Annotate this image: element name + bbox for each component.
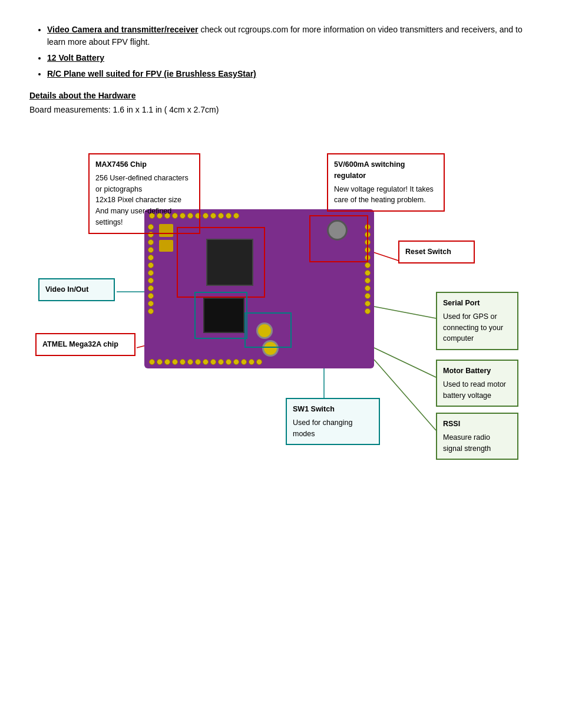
bullet-camera-bold: Video Camera and transmitter/receiver	[47, 25, 199, 34]
annotation-sw1-switch: SW1 Switch Used for changing modes	[286, 398, 380, 445]
rssi-title: RSSI	[443, 419, 511, 430]
bullet-list: Video Camera and transmitter/receiver ch…	[29, 24, 533, 80]
bullet-item-plane: R/C Plane well suited for FPV (ie Brushl…	[47, 68, 533, 80]
bullet-item-camera: Video Camera and transmitter/receiver ch…	[47, 24, 533, 48]
reset-switch-title: Reset Switch	[405, 246, 468, 258]
svg-line-5	[374, 348, 436, 377]
atmel-title: ATMEL Mega32A chip	[42, 339, 128, 350]
annotation-regulator: 5V/600mA switching regulator New voltage…	[327, 153, 445, 212]
max7456-line1: 256 User-defined characters or pictograp…	[95, 174, 189, 193]
regulator-desc: New voltage regulator! It takes care of …	[334, 185, 434, 205]
section-title: Details about the Hardware	[29, 91, 533, 100]
svg-line-8	[374, 360, 436, 430]
motor-battery-title: Motor Battery	[443, 365, 511, 377]
annotation-video-inout: Video In/Out	[38, 278, 115, 301]
max7456-title: MAX7456 Chip	[95, 159, 193, 170]
max7456-line2: 12x18 Pixel character size	[95, 196, 181, 204]
diagram-container: MAX7456 Chip 256 User-defined characters…	[29, 124, 536, 489]
annotation-motor-battery: Motor Battery Used to read motor battery…	[436, 360, 518, 407]
bullet-item-battery: 12 Volt Battery	[47, 52, 533, 64]
motor-battery-desc: Used to read motor battery voltage	[443, 380, 506, 400]
annotation-serial-port: Serial Port Used for GPS or connecting t…	[436, 292, 518, 350]
regulator-title: 5V/600mA switching regulator	[334, 159, 438, 182]
video-inout-title: Video In/Out	[45, 284, 108, 295]
svg-line-4	[374, 307, 436, 318]
annotation-reset-switch: Reset Switch	[398, 241, 475, 263]
rssi-desc: Measure radio signal strength	[443, 433, 491, 453]
max7456-line3: And many user-defined settings!	[95, 207, 171, 226]
bullet-battery-bold: 12 Volt Battery	[47, 53, 104, 62]
sw1-desc: Used for changing modes	[293, 419, 352, 438]
annotation-max7456: MAX7456 Chip 256 User-defined characters…	[88, 153, 200, 234]
serial-port-desc: Used for GPS or connecting to your compu…	[443, 312, 503, 343]
serial-port-title: Serial Port	[443, 298, 511, 309]
bullet-plane-bold: R/C Plane well suited for FPV (ie Brushl…	[47, 69, 256, 78]
annotation-atmel: ATMEL Mega32A chip	[35, 333, 135, 356]
sw1-title: SW1 Switch	[293, 404, 373, 415]
board-measurements: Board measurements: 1.6 in x 1.1 in ( 4c…	[29, 105, 533, 114]
annotation-rssi: RSSI Measure radio signal strength	[436, 413, 518, 460]
